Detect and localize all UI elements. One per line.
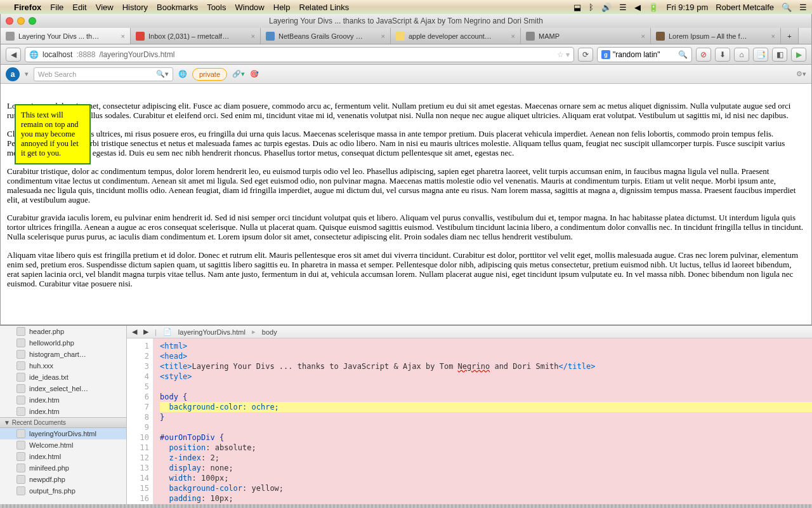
link-extension-icon[interactable]: 🔗▾ xyxy=(232,70,245,78)
target-icon[interactable]: 🎯 xyxy=(250,70,259,78)
crumb-nav-prev-icon[interactable]: ◀ xyxy=(132,328,137,336)
abp-button[interactable]: ⊘ xyxy=(696,48,711,62)
file-label: output_fns.php xyxy=(29,487,75,495)
file-item[interactable]: huh.xxx xyxy=(0,360,126,371)
close-tab-icon[interactable]: × xyxy=(771,32,775,40)
bookmarks-button[interactable]: 📑 xyxy=(753,48,768,62)
file-item[interactable]: index.htm xyxy=(0,394,126,406)
download-button[interactable]: ⬇ xyxy=(715,48,730,62)
sidebar-section[interactable]: ▼ Recent Documents xyxy=(0,417,126,428)
file-item[interactable]: minifeed.php xyxy=(0,462,126,474)
file-item[interactable]: Welcome.html xyxy=(0,439,126,451)
file-icon xyxy=(16,452,25,461)
file-item[interactable]: newpdf.php xyxy=(0,474,126,485)
bookmark-star-icon[interactable]: ☆ ▾ xyxy=(557,50,570,59)
crumb-scope[interactable]: body xyxy=(262,328,277,336)
menu-view[interactable]: View xyxy=(96,3,114,12)
close-tab-icon[interactable]: × xyxy=(641,32,645,40)
tab-mamp[interactable]: MAMP× xyxy=(521,28,651,44)
code-lines[interactable]: <html> <head> <title>Layering Your Divs … xyxy=(154,338,812,508)
amazon-icon[interactable]: a xyxy=(6,67,20,81)
file-icon xyxy=(16,350,25,359)
forward-ext-button[interactable]: ▶ xyxy=(791,48,806,62)
reload-button[interactable]: ⟳ xyxy=(578,48,593,62)
menu-help[interactable]: Help xyxy=(273,3,291,12)
file-item[interactable]: index.html xyxy=(0,451,126,462)
file-item[interactable]: header.php xyxy=(0,326,126,337)
private-toggle[interactable]: private xyxy=(192,68,227,81)
notification-icon[interactable]: ☰ xyxy=(799,3,807,12)
battery-icon[interactable]: 🔋 xyxy=(648,3,658,12)
file-label: header.php xyxy=(29,328,64,335)
search-icon[interactable]: 🔍▾ xyxy=(156,70,169,78)
file-item[interactable]: index.htm xyxy=(0,406,126,417)
menu-edit[interactable]: Edit xyxy=(72,3,86,12)
menu-file[interactable]: File xyxy=(50,3,63,12)
extension-button[interactable]: ◧ xyxy=(772,48,787,62)
file-item[interactable]: ide_ideas.txt xyxy=(0,371,126,383)
tab-apple-dev[interactable]: apple developer account…× xyxy=(391,28,521,44)
paragraph: Curabitur tristique, dolor ac condimentu… xyxy=(7,167,805,205)
web-search-input[interactable]: Web Search 🔍▾ xyxy=(34,67,173,81)
search-box[interactable]: g "random latin" 🔍 xyxy=(597,47,692,62)
file-item[interactable]: index_select_hel… xyxy=(0,383,126,394)
tab-label: NetBeans Grails Groovy … xyxy=(278,32,363,40)
back-button[interactable]: ◀ xyxy=(6,48,21,62)
file-item[interactable]: helloworld.php xyxy=(0,337,126,349)
url-bar[interactable]: 🌐 localhost:8888/layeringYourDivs.html ☆… xyxy=(25,47,574,62)
netbeans-icon xyxy=(266,32,275,41)
menu-tools[interactable]: Tools xyxy=(207,3,226,12)
tab-inbox[interactable]: Inbox (2,031) – rmetcalf…× xyxy=(131,28,261,44)
spotlight-icon[interactable]: 🔍 xyxy=(782,3,792,12)
clock[interactable]: Fri 9:19 pm xyxy=(666,3,708,12)
menu-related-links[interactable]: Related Links xyxy=(299,3,350,12)
airport-icon[interactable]: ◀ xyxy=(634,3,641,12)
close-tab-icon[interactable]: × xyxy=(511,32,515,40)
file-label: minifeed.php xyxy=(29,464,69,472)
minimize-window-button[interactable] xyxy=(17,17,25,25)
tab-label: Layering Your Divs ... th… xyxy=(18,32,99,40)
tab-lorem-ipsum[interactable]: Lorem Ipsum – All the f…× xyxy=(651,28,781,44)
crumb-file[interactable]: layeringYourDivs.html xyxy=(178,328,246,336)
close-tab-icon[interactable]: × xyxy=(121,32,125,40)
file-icon xyxy=(16,475,25,484)
close-tab-icon[interactable]: × xyxy=(381,32,385,40)
page-body-text: Lorem ipsum dolor sit amet, consectetur … xyxy=(1,98,811,289)
close-tab-icon[interactable]: × xyxy=(251,32,255,40)
app-name[interactable]: Firefox xyxy=(14,3,41,12)
bluetooth-icon[interactable]: ᛒ xyxy=(589,3,594,12)
menu-window[interactable]: Window xyxy=(235,3,265,12)
tab-label: apple developer account… xyxy=(409,32,492,40)
home-button[interactable]: ⌂ xyxy=(734,48,749,62)
file-icon xyxy=(16,396,25,404)
apple-dev-icon xyxy=(396,32,405,41)
search-dropdown-icon[interactable]: 🔍 xyxy=(678,50,688,59)
tab-layering-divs[interactable]: Layering Your Divs ... th…× xyxy=(1,28,131,44)
menu-bookmarks[interactable]: Bookmarks xyxy=(157,3,198,12)
wifi-icon[interactable]: ☰ xyxy=(619,3,627,12)
gear-icon[interactable]: ⚙▾ xyxy=(796,70,806,78)
file-icon xyxy=(16,361,25,370)
tab-netbeans[interactable]: NetBeans Grails Groovy …× xyxy=(261,28,391,44)
globe-badge-icon[interactable]: 🌐 xyxy=(178,70,187,78)
dropbox-icon[interactable]: ⬓ xyxy=(573,3,581,12)
tab-label: MAMP xyxy=(539,32,560,40)
menu-history[interactable]: History xyxy=(122,3,148,12)
code-area[interactable]: 1 2 3 4 5 6 7 8 9 10 11 12 13 14 15 16 <… xyxy=(127,338,812,508)
file-item[interactable]: output_fns.php xyxy=(0,485,126,497)
user-name[interactable]: Robert Metcalfe xyxy=(716,3,774,12)
on-top-div: This text will remain on top and you may… xyxy=(15,104,91,164)
volume-icon[interactable]: 🔊 xyxy=(601,3,612,12)
file-icon xyxy=(16,486,25,495)
file-label: histogram_chart… xyxy=(29,351,86,358)
new-tab-button[interactable]: + xyxy=(781,28,799,44)
tab-label: Lorem Ipsum – All the f… xyxy=(669,32,747,40)
amazon-dropdown-icon[interactable]: ▾ xyxy=(25,70,29,78)
close-window-button[interactable] xyxy=(6,17,13,25)
file-icon xyxy=(16,327,25,336)
file-item[interactable]: histogram_chart… xyxy=(0,349,126,360)
file-item[interactable]: layeringYourDivs.html xyxy=(0,428,126,439)
crumb-nav-next-icon[interactable]: ▶ xyxy=(143,328,148,336)
paragraph: Lorem ipsum dolor sit amet, consectetur … xyxy=(7,102,805,121)
zoom-window-button[interactable] xyxy=(29,17,36,25)
